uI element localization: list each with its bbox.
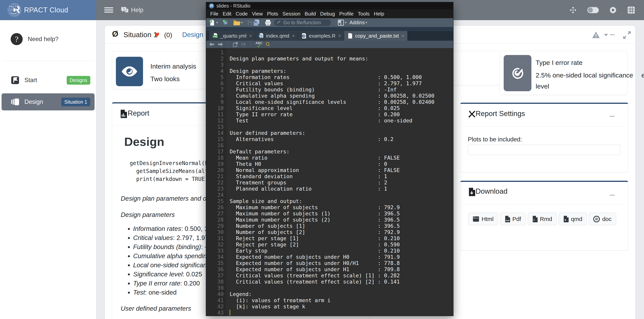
situation-badge: Situation 1	[61, 98, 90, 106]
fullscreen-icon[interactable]	[569, 6, 577, 14]
new-project-icon[interactable]: R	[222, 19, 229, 26]
tab-close-icon[interactable]: ×	[292, 33, 295, 38]
rstudio-window-title: slides - RStudio	[216, 3, 250, 9]
save-icon[interactable]	[247, 19, 253, 26]
svg-text:‹›: ‹›	[533, 219, 534, 221]
editor-tab-copy_and_paste.txt[interactable]: copy_and_paste.txt×	[344, 31, 408, 41]
save-all-icon[interactable]	[253, 19, 260, 26]
heart-icon[interactable]: ♥	[154, 30, 160, 39]
rstudio-editor[interactable]: 1 2 3 4 5 6 7 8 9 10 11 12 13 14 15 16 1…	[206, 48, 453, 316]
interim-card-title: Interim analysis	[150, 62, 196, 70]
sidebar-item-start[interactable]: Start Designs	[2, 72, 94, 89]
save-editor-icon[interactable]	[241, 42, 246, 47]
file-type-txt-icon	[347, 33, 353, 39]
collapse-download-icon[interactable]	[610, 195, 615, 196]
sidebar-toggle-icon[interactable]	[104, 6, 113, 14]
goto-file-search[interactable]: Go to file/function	[274, 19, 331, 26]
help-bubbles-icon: ?	[120, 6, 129, 14]
help-button[interactable]: ? Help	[120, 0, 144, 20]
tab-close-icon[interactable]: ×	[338, 33, 341, 38]
sidebar-header: R PACT Cloud RPACT Cloud	[0, 0, 96, 20]
report-file-chart-icon	[120, 110, 127, 118]
download-qmd-button[interactable]: ♥ qmd	[559, 213, 587, 225]
editor-tab-index.qmd[interactable]: index.qmd×	[255, 31, 298, 41]
download-rmd-button[interactable]: ‹› Rmd	[528, 213, 556, 225]
popout-icon[interactable]	[233, 42, 238, 47]
sidebar-divider	[2, 61, 94, 61]
menu-plots[interactable]: Plots	[265, 11, 280, 17]
report-para-design-params: Design parameters	[121, 211, 175, 219]
goto-placeholder: Go to file/function	[283, 20, 321, 25]
menu-help[interactable]: Help	[372, 11, 386, 17]
editor-tab-examples.R[interactable]: Rexamples.R×	[298, 31, 344, 41]
goto-arrow-icon	[277, 20, 282, 25]
collapse-settings-icon[interactable]	[610, 116, 615, 117]
sidebar-item-need-help[interactable]: ? Need help?	[0, 27, 96, 51]
menu-code[interactable]: Code	[234, 11, 250, 17]
settings-gear-icon[interactable]	[609, 6, 617, 14]
grid-apps-icon[interactable]	[627, 6, 635, 14]
file-code-icon: ‹›	[532, 216, 538, 222]
warning-dropdown-icon[interactable]	[592, 31, 609, 39]
rstudio-window[interactable]: R slides - RStudio FileEditCodeViewPlots…	[206, 2, 454, 316]
menu-edit[interactable]: Edit	[220, 11, 234, 17]
forward-icon[interactable]	[218, 42, 223, 47]
menu-session[interactable]: Session	[280, 11, 303, 17]
menu-file[interactable]: File	[208, 11, 220, 17]
file-type-yml-icon: YML	[212, 33, 218, 39]
logo-text-pact: PACT	[8, 5, 17, 8]
panes-layout-icon[interactable]	[338, 19, 344, 26]
editor-tab-_quarto.yml[interactable]: YML_quarto.yml×	[209, 31, 255, 41]
open-file-icon[interactable]	[233, 19, 240, 26]
download-buttons-row: Html PDF Pdf ‹› Rmd ♥ qmd R doc	[468, 213, 616, 225]
minimize-panel-icon[interactable]	[610, 34, 615, 35]
type1-card-title: Type I error rate	[536, 59, 582, 66]
slash-circle-icon: Ø	[112, 29, 118, 38]
download-html-button[interactable]: Html	[468, 213, 498, 225]
addins-menu[interactable]: Addins	[350, 19, 365, 25]
rpact-logo: R PACT Cloud	[7, 3, 21, 17]
editor-text[interactable]: Design plan parameters and output for me…	[230, 49, 434, 310]
menu-profile[interactable]: Profile	[337, 11, 356, 17]
find-replace-icon[interactable]	[265, 42, 271, 47]
download-pdf-button[interactable]: PDF Pdf	[500, 213, 526, 225]
expand-panel-icon[interactable]	[622, 30, 632, 40]
theme-toggle[interactable]	[587, 7, 599, 13]
rstudio-toolbar: ▾ R ▾ Go to file/function ▾ Addins▾	[206, 18, 453, 27]
rstudio-editor-toolbar: ABC	[206, 41, 453, 48]
download-divider	[460, 204, 628, 205]
new-file-icon[interactable]	[208, 19, 216, 26]
report-settings-title: Report Settings	[476, 110, 525, 118]
likes-count: (0)	[164, 31, 172, 39]
toggle-knob	[588, 7, 593, 12]
editor-cursor	[230, 310, 230, 316]
menu-build[interactable]: Build	[302, 11, 318, 17]
report-para-plan: Design plan parameters and outpu	[121, 195, 219, 202]
download-file-icon	[468, 188, 475, 196]
editor-line-numbers: 1 2 3 4 5 6 7 8 9 10 11 12 13 14 15 16 1…	[206, 49, 224, 316]
back-icon[interactable]	[209, 42, 215, 47]
tab-close-icon[interactable]: ×	[402, 33, 404, 38]
menu-tools[interactable]: Tools	[356, 11, 372, 17]
sidebar-item-design[interactable]: Design Situation 1	[2, 93, 94, 110]
file-type-qmd-icon	[258, 33, 264, 39]
plots-included-label: Plots to be included:	[468, 136, 522, 143]
r-logo-icon: R	[593, 216, 600, 222]
design-pages-icon	[11, 98, 20, 106]
print-icon[interactable]	[264, 19, 272, 26]
report-panel-title: Report	[128, 109, 149, 117]
svg-text:♥: ♥	[564, 218, 566, 221]
menu-debug[interactable]: Debug	[318, 11, 337, 17]
download-doc-button[interactable]: R doc	[589, 213, 616, 225]
type1-card-line2: 2.5% one-sided local significance	[536, 71, 633, 79]
menu-view[interactable]: View	[250, 11, 265, 17]
rstudio-titlebar[interactable]: R slides - RStudio	[206, 2, 453, 9]
rstudio-pane-gap	[206, 27, 453, 31]
svg-text:YML: YML	[213, 36, 217, 37]
plots-included-input[interactable]	[468, 145, 620, 155]
browser-window-icon	[473, 216, 479, 222]
start-flag-icon	[11, 76, 20, 84]
tab-close-icon[interactable]: ×	[249, 33, 252, 38]
spellcheck-icon[interactable]: ABC	[256, 41, 262, 47]
hidden-card-text-fragment: esting	[642, 71, 644, 79]
